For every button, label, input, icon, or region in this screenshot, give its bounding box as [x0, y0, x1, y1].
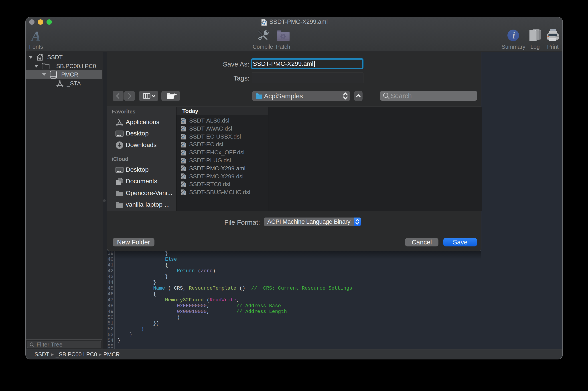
svg-text:AML: AML	[263, 24, 266, 25]
svg-text:DSL: DSL	[182, 138, 185, 140]
svg-text:DSL: DSL	[182, 154, 185, 156]
svg-text:DSL: DSL	[182, 186, 185, 188]
svg-text:DSL: DSL	[182, 170, 185, 172]
svg-text:DSL: DSL	[182, 130, 185, 132]
svg-text:DSL: DSL	[182, 178, 185, 180]
svg-text:DSL: DSL	[182, 194, 185, 196]
svg-text:DSL: DSL	[182, 122, 185, 124]
svg-text:DSL: DSL	[182, 146, 185, 148]
svg-text:DSL: DSL	[182, 162, 185, 164]
svg-text:i: i	[512, 30, 515, 40]
svg-text:A: A	[30, 28, 41, 44]
